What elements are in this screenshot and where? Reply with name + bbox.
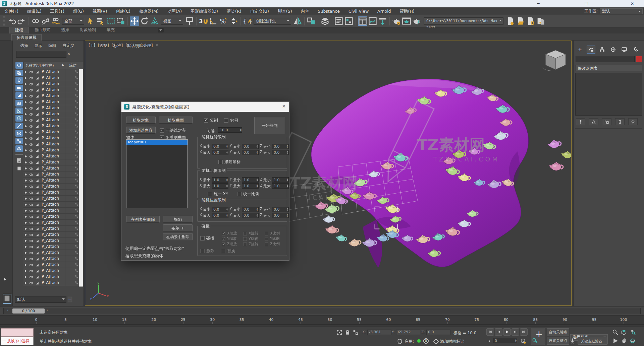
filter-imports-icon[interactable]	[15, 115, 23, 122]
tab-customize[interactable]: 自定义	[62, 43, 74, 49]
auto-key-button[interactable]: 自动关键点	[547, 328, 569, 336]
layer-explorer-icon[interactable]	[344, 16, 354, 26]
explorer-row[interactable]: P_Attach	[23, 220, 83, 226]
use-pivot-icon[interactable]	[185, 16, 194, 26]
filter-visibility-icon[interactable]	[15, 145, 23, 152]
expand-icon[interactable]	[25, 258, 28, 260]
explorer-row[interactable]: P_Attach	[23, 238, 83, 244]
panel-tab-utilities[interactable]	[631, 46, 639, 53]
tab-display[interactable]: 显示	[34, 43, 42, 49]
add-selected-button[interactable]: 添加所选内容	[126, 127, 156, 134]
value-spinner[interactable]: 1.0▲▼	[242, 183, 259, 189]
absolute-offset-toggle-icon[interactable]	[352, 329, 360, 336]
expand-icon[interactable]	[25, 89, 28, 91]
expand-icon[interactable]	[25, 264, 28, 266]
display-preset-select[interactable]: 默认	[15, 296, 66, 303]
filter-geometry-icon[interactable]	[15, 62, 23, 69]
ribbon-tab-填充[interactable]: 填充	[101, 27, 120, 33]
menu-item-脚本(S)[interactable]: 脚本(S)	[273, 7, 297, 15]
menu-item-Substance[interactable]: Substance	[314, 7, 344, 15]
expand-icon[interactable]	[25, 227, 28, 230]
undo-icon[interactable]	[7, 16, 16, 26]
explorer-row[interactable]: P_Attach	[23, 75, 83, 81]
value-spinner[interactable]: 0.0▲▼	[212, 144, 228, 149]
pan-icon[interactable]	[620, 337, 628, 345]
filter-groups-icon[interactable]	[15, 108, 23, 114]
explorer-row[interactable]: P_Attach	[23, 274, 83, 280]
maxscript-listener-line[interactable]: 一 从以下中选择	[1, 337, 34, 345]
object-name[interactable]: P_Attach	[42, 196, 59, 201]
menu-item-动画(A)[interactable]: 动画(A)	[163, 7, 186, 15]
explorer-row[interactable]: P_Attach	[23, 214, 83, 220]
move-icon[interactable]	[130, 16, 139, 26]
object-name[interactable]: P_Attach	[42, 99, 59, 104]
expand-icon[interactable]	[25, 155, 28, 158]
expand-panel-button[interactable]	[4, 278, 7, 281]
zero-toggle[interactable]: 0	[423, 338, 429, 344]
explorer-row[interactable]: P_Attach	[23, 171, 83, 178]
zoom-icon[interactable]	[611, 328, 619, 336]
expand-icon[interactable]	[25, 252, 28, 254]
coord-y-field[interactable]: 69.792	[396, 330, 420, 335]
object-name-field[interactable]	[576, 56, 635, 62]
zoom-extents-icon[interactable]	[620, 328, 628, 336]
rotate-icon[interactable]	[140, 16, 149, 26]
viewport-menu-general[interactable]: [+]	[89, 43, 95, 49]
object-name[interactable]: P_Attach	[42, 250, 59, 255]
menu-item-文件(F)[interactable]: 文件(F)	[0, 7, 23, 15]
value-spinner[interactable]: 0.0▲▼	[242, 144, 259, 149]
expand-icon[interactable]	[25, 209, 28, 212]
ribbon-minimize-button[interactable]	[158, 28, 164, 32]
expand-icon[interactable]	[25, 101, 28, 103]
object-name[interactable]: P_Attach	[42, 280, 59, 285]
value-spinner[interactable]: 0.0▲▼	[272, 213, 289, 218]
ribbon-toggle-icon[interactable]	[358, 16, 367, 26]
expand-icon[interactable]	[25, 119, 28, 122]
minimize-button[interactable]: ─	[533, 0, 544, 7]
layer-manager-icon[interactable]	[320, 16, 330, 26]
sort-ascending-icon[interactable]: ▲	[62, 63, 64, 66]
explorer-row[interactable]: P_Attach	[23, 250, 83, 256]
redo-icon[interactable]	[17, 16, 26, 26]
search-clear-icon[interactable]: ✕	[67, 52, 70, 56]
collision-Z缩放-checkbox[interactable]: Z缩放	[222, 241, 237, 247]
expand-icon[interactable]	[25, 282, 28, 284]
remove-from-list-button[interactable]: 在列表中删除	[126, 216, 160, 223]
expand-icon[interactable]	[25, 179, 28, 182]
collapse-button[interactable]: 塌陷	[163, 216, 193, 223]
next-frame-button[interactable]	[512, 328, 519, 336]
object-name[interactable]: P_Attach	[42, 106, 59, 110]
explorer-row[interactable]: P_Attach	[23, 178, 83, 184]
scene-explorer-icon[interactable]	[334, 16, 343, 26]
object-name[interactable]: P_Attach	[42, 75, 59, 80]
expand-icon[interactable]	[25, 215, 28, 218]
object-color-swatch[interactable]	[636, 56, 642, 62]
expand-icon[interactable]	[25, 107, 28, 110]
value-spinner[interactable]: 0.0▲▼	[272, 207, 289, 212]
modifier-stack[interactable]	[575, 73, 642, 116]
expand-icon[interactable]	[25, 270, 28, 272]
viewport-menu-pov[interactable]: [透视]	[98, 43, 109, 49]
panel-tab-hierarchy[interactable]	[598, 46, 606, 53]
dialog-title-bar[interactable]: 3 泉源汉化-克隆笔刷(终极画家) ✕	[121, 102, 289, 112]
expand-icon[interactable]	[25, 143, 28, 146]
expand-icon[interactable]	[25, 137, 28, 140]
object-name[interactable]: P_Attach	[42, 208, 59, 213]
object-name[interactable]: P_Attach	[42, 178, 59, 183]
coord-x-field[interactable]: -3.361	[367, 330, 391, 335]
collision-X比例-checkbox[interactable]: X比例	[265, 231, 280, 236]
maximize-button[interactable]: ❐	[581, 0, 592, 7]
object-name[interactable]: P_Attach	[42, 142, 59, 146]
expand-icon[interactable]	[25, 276, 28, 278]
freeze-column-header[interactable]: 冻结	[67, 63, 76, 68]
expand-icon[interactable]	[25, 71, 28, 73]
collision-Y缩放-checkbox[interactable]: Y缩放	[222, 236, 237, 241]
object-name[interactable]: P_Attach	[42, 268, 59, 273]
select-icon[interactable]	[86, 16, 95, 26]
value-spinner[interactable]: 0.0▲▼	[212, 207, 228, 212]
walk-through-icon[interactable]	[611, 337, 619, 345]
explorer-row[interactable]: P_Attach	[23, 153, 83, 159]
slider-prev-arrow[interactable]: ‹	[7, 308, 8, 312]
explorer-row[interactable]: P_Attach	[23, 226, 83, 232]
snap-3d-icon[interactable]: 3	[199, 16, 208, 26]
